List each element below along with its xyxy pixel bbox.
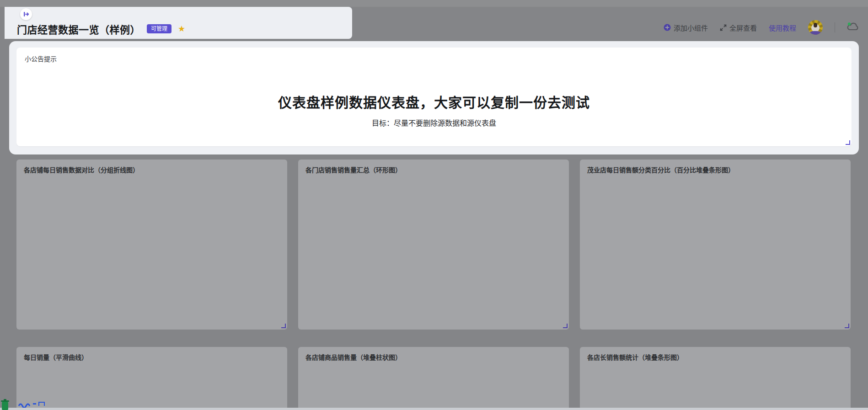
add-widget-button[interactable]: 添加小组件 — [664, 23, 708, 32]
avatar-band — [810, 31, 821, 35]
notice-card: 小公告提示 仪表盘样例数据仪表盘，大家可以复制一份去测试 目标：尽量不要删除源数… — [16, 48, 852, 146]
panel-expand-icon — [23, 11, 29, 17]
header-divider — [835, 22, 835, 32]
plus-circle-icon — [664, 24, 671, 31]
trash-desktop-icon[interactable] — [1, 399, 9, 410]
chart-title: 茂业店每日销售额分类百分比（百分比堆叠条形图） — [587, 165, 734, 174]
fullscreen-button[interactable]: 全屏查看 — [720, 23, 757, 32]
resize-handle[interactable] — [846, 140, 850, 145]
chart-title: 各店长销售额统计（堆叠条形图） — [587, 352, 683, 362]
add-widget-label: 添加小组件 — [674, 23, 708, 32]
notice-subheading: 目标：尽量不要删除源数据和源仪表盘 — [16, 117, 852, 128]
fullscreen-icon — [720, 24, 727, 31]
card-stacked-column-chart[interactable]: 各店铺商品销售量（堆叠柱状图） — [298, 347, 569, 410]
header-actions: 添加小组件 全屏查看 使用教程 — [664, 20, 859, 35]
title-row: 门店经营数据一览（样例） 可管理 ★ — [17, 21, 185, 36]
desktop-mark-icon — [33, 403, 36, 405]
favorite-star-icon[interactable]: ★ — [178, 25, 185, 33]
card-donut-chart[interactable]: 各门店销售销售量汇总（环形图） — [298, 160, 569, 330]
chart-title: 各店铺每日销售数据对比（分组折线图） — [24, 165, 139, 174]
notice-content: 仪表盘样例数据仪表盘，大家可以复制一份去测试 目标：尽量不要删除源数据和源仪表盘 — [16, 91, 852, 128]
fullscreen-label: 全屏查看 — [729, 23, 757, 32]
chart-title: 各店铺商品销售量（堆叠柱状图） — [305, 352, 402, 362]
chart-title: 各门店销售销售量汇总（环形图） — [305, 165, 402, 174]
permission-badge: 可管理 — [147, 24, 171, 33]
wave-desktop-icon[interactable] — [18, 402, 30, 408]
resize-handle[interactable] — [281, 324, 286, 328]
header-left: 门店经营数据一览（样例） 可管理 ★ — [5, 7, 352, 39]
page-title: 门店经营数据一览（样例） — [17, 21, 140, 36]
avatar-figure — [814, 23, 817, 27]
dock-edge — [0, 408, 868, 410]
chart-title: 每日销量（平滑曲线） — [24, 352, 88, 362]
app-screen: 门店经营数据一览（样例） 可管理 ★ 添加小组件 全屏查看 使用教程 — [0, 0, 868, 410]
desktop-mark2-icon — [38, 402, 45, 406]
resize-handle[interactable] — [845, 324, 849, 328]
card-grouped-line-chart[interactable]: 各店铺每日销售数据对比（分组折线图） — [16, 160, 287, 330]
user-avatar[interactable] — [808, 20, 823, 35]
notice-label: 小公告提示 — [25, 54, 57, 63]
sidebar-collapse-button[interactable] — [20, 8, 32, 20]
card-stacked-hbar-chart[interactable]: 各店长销售额统计（堆叠条形图） — [580, 347, 851, 410]
card-smooth-line-chart[interactable]: 每日销量（平滑曲线） — [16, 347, 287, 410]
top-strip — [0, 0, 868, 7]
resize-handle[interactable] — [563, 324, 568, 328]
notice-heading: 仪表盘样例数据仪表盘，大家可以复制一份去测试 — [16, 91, 852, 112]
tutorial-link[interactable]: 使用教程 — [769, 23, 796, 32]
card-percent-stacked-bar-chart[interactable]: 茂业店每日销售额分类百分比（百分比堆叠条形图） — [580, 160, 851, 330]
cloud-sync-icon[interactable] — [847, 22, 859, 33]
dashboard-grid: 各店铺每日销售数据对比（分组折线图） 各门店销售销售量汇总（环形图） 茂业店每日… — [16, 160, 851, 410]
notice-widget[interactable]: 小公告提示 仪表盘样例数据仪表盘，大家可以复制一份去测试 目标：尽量不要删除源数… — [9, 41, 859, 154]
